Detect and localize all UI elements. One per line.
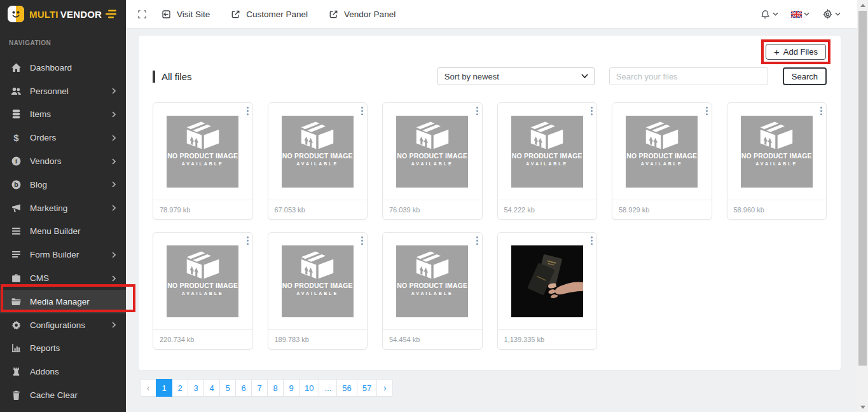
sidebar-item-media-manager[interactable]: Media Manager: [0, 290, 126, 313]
kebab-menu-icon[interactable]: [476, 106, 479, 116]
pagination-next[interactable]: ›: [376, 379, 393, 397]
pagination-page-4[interactable]: 4: [203, 379, 220, 397]
chevron-right-icon: [112, 322, 116, 328]
chevron-right-icon: [112, 111, 116, 118]
file-card[interactable]: NO PRODUCT IMAGE AVAILABLE 189.783 kb: [268, 232, 368, 350]
sidebar-item-reports[interactable]: Reports: [0, 337, 126, 360]
pagination-page-7[interactable]: 7: [251, 379, 268, 397]
kebab-menu-icon[interactable]: [590, 106, 593, 116]
file-size-label: 54.222 kb: [504, 206, 535, 214]
sidebar-item-marketing[interactable]: Marketing: [0, 196, 126, 220]
package-box-icon: [529, 120, 565, 150]
kebab-menu-icon[interactable]: [246, 236, 249, 245]
brand-title: MULTIVENDOR: [29, 9, 102, 20]
pagination-page-3[interactable]: 3: [188, 379, 204, 397]
search-input[interactable]: [609, 67, 768, 85]
vendor-panel-link[interactable]: Vendor Panel: [328, 9, 396, 20]
sidebar-item-items[interactable]: Items: [0, 103, 126, 127]
no-product-image-placeholder: NO PRODUCT IMAGE AVAILABLE: [511, 116, 583, 188]
file-card[interactable]: NO PRODUCT IMAGE AVAILABLE 67.053 kb: [268, 102, 368, 220]
no-product-image-placeholder: NO PRODUCT IMAGE AVAILABLE: [282, 245, 354, 317]
menu-icon: [11, 226, 22, 237]
file-card[interactable]: NO PRODUCT IMAGE AVAILABLE 76.039 kb: [382, 102, 483, 220]
scrollbar-up-arrow[interactable]: [857, 0, 868, 10]
kebab-menu-icon[interactable]: [246, 106, 249, 116]
chevron-right-icon: [112, 205, 116, 211]
file-card[interactable]: NO PRODUCT IMAGE AVAILABLE 58.929 kb: [612, 102, 712, 220]
visit-site-link[interactable]: Visit Site: [161, 9, 210, 20]
chevron-right-icon: [112, 252, 116, 258]
brand: MULTIVENDOR: [0, 0, 126, 28]
pagination-page-57[interactable]: 57: [357, 379, 377, 397]
page-title: All files: [153, 71, 192, 83]
topbar: Visit Site Customer Panel Vendor Panel: [126, 0, 857, 29]
kebab-menu-icon[interactable]: [361, 106, 364, 116]
file-card[interactable]: 1,139.335 kb: [497, 232, 598, 350]
gear-outline-dropdown[interactable]: [822, 9, 841, 20]
file-size-label: 54.454 kb: [389, 336, 420, 343]
add-files-button[interactable]: + Add Files: [766, 44, 826, 60]
kebab-menu-icon[interactable]: [820, 106, 823, 116]
sidebar-item-addons[interactable]: Addons: [0, 360, 126, 383]
brand-logo-icon: [8, 6, 24, 22]
pagination-page-1[interactable]: 1: [156, 379, 172, 397]
sidebar-item-blog[interactable]: b Blog: [0, 173, 126, 196]
file-card[interactable]: NO PRODUCT IMAGE AVAILABLE 78.979 kb: [153, 102, 253, 220]
sidebar-item-personnel[interactable]: Personnel: [0, 79, 126, 103]
file-size-label: 189.783 kb: [275, 336, 309, 343]
pagination-page-8[interactable]: 8: [267, 379, 284, 397]
sidebar-item-dashboard[interactable]: Dashboard: [0, 56, 126, 79]
file-card[interactable]: NO PRODUCT IMAGE AVAILABLE 58.960 kb: [727, 102, 827, 220]
pagination-prev[interactable]: ‹: [140, 379, 156, 397]
gear-icon: [11, 320, 22, 331]
sort-select[interactable]: Sort by newest: [437, 67, 595, 85]
sidebar-item-cms[interactable]: CMS: [0, 266, 126, 290]
pagination: ‹12345678910...5657›: [140, 379, 393, 397]
kebab-menu-icon[interactable]: [476, 236, 479, 245]
kebab-menu-icon[interactable]: [361, 236, 364, 245]
uk-flag-dropdown[interactable]: [791, 9, 809, 20]
sidebar-toggle-icon[interactable]: [106, 10, 117, 18]
package-box-icon: [185, 250, 221, 280]
topbar-links: Visit Site Customer Panel Vendor Panel: [161, 9, 396, 20]
kebab-menu-icon[interactable]: [590, 236, 593, 245]
sidebar-item-menu-builder[interactable]: Menu Builder: [0, 220, 126, 244]
pagination-page-2[interactable]: 2: [172, 379, 188, 397]
main-content: + Add Files All files Sort by newest Sea…: [126, 29, 857, 412]
info-icon: i: [11, 156, 22, 167]
sidebar-item-orders[interactable]: $ Orders: [0, 126, 126, 149]
pagination-page-6[interactable]: 6: [235, 379, 252, 397]
fullscreen-icon[interactable]: [137, 10, 147, 19]
sidebar-item-cache-clear[interactable]: Cache Clear: [0, 383, 126, 407]
heading-accent-bar: [153, 71, 155, 83]
file-size-label: 58.960 kb: [734, 206, 764, 214]
svg-text:b: b: [14, 181, 18, 188]
file-card[interactable]: NO PRODUCT IMAGE AVAILABLE 54.454 kb: [382, 232, 483, 350]
kebab-menu-icon[interactable]: [705, 106, 708, 116]
external-link-icon: [328, 9, 339, 20]
add-files-label: Add Files: [783, 47, 818, 57]
svg-text:i: i: [15, 158, 17, 165]
customer-panel-link[interactable]: Customer Panel: [230, 9, 308, 20]
sidebar-item-form-builder[interactable]: Form Builder: [0, 243, 126, 266]
megaphone-icon: [11, 203, 22, 214]
no-product-image-placeholder: NO PRODUCT IMAGE AVAILABLE: [741, 116, 813, 188]
no-product-image-placeholder: NO PRODUCT IMAGE AVAILABLE: [167, 116, 238, 188]
file-card[interactable]: NO PRODUCT IMAGE AVAILABLE 220.734 kb: [153, 232, 253, 350]
file-card[interactable]: NO PRODUCT IMAGE AVAILABLE 54.222 kb: [497, 102, 598, 220]
pagination-page-10[interactable]: 10: [299, 379, 319, 397]
pagination-page-5[interactable]: 5: [219, 379, 236, 397]
file-size-label: 78.979 kb: [160, 206, 190, 214]
search-button[interactable]: Search: [783, 67, 827, 85]
package-box-icon: [415, 120, 450, 150]
vertical-scrollbar: [857, 0, 868, 412]
scrollbar-thumb[interactable]: [858, 11, 867, 366]
pagination-page-9[interactable]: 9: [283, 379, 300, 397]
pagination-page-56[interactable]: 56: [336, 379, 357, 397]
file-size-label: 67.053 kb: [275, 206, 305, 214]
bell-dropdown[interactable]: [760, 9, 778, 20]
package-box-icon: [644, 120, 680, 150]
scrollbar-down-arrow[interactable]: [857, 402, 868, 412]
sidebar-item-vendors[interactable]: i Vendors: [0, 149, 126, 173]
sidebar-item-configurations[interactable]: Configurations: [0, 313, 126, 337]
